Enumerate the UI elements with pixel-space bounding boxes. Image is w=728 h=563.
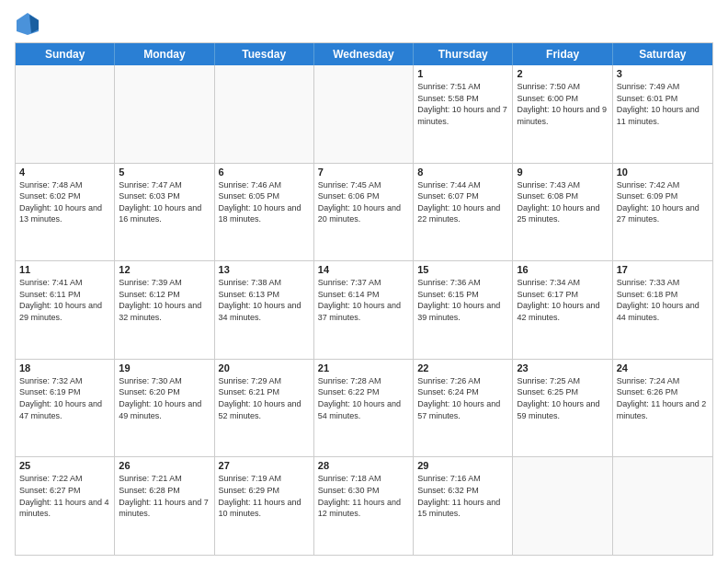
day-number: 7 bbox=[318, 167, 409, 178]
day-info: Sunrise: 7:18 AMSunset: 6:30 PMDaylight:… bbox=[318, 473, 409, 519]
day-number: 5 bbox=[119, 167, 210, 178]
day-number: 27 bbox=[219, 460, 310, 471]
logo bbox=[15, 11, 44, 37]
day-info: Sunrise: 7:42 AMSunset: 6:09 PMDaylight:… bbox=[617, 179, 709, 225]
day-header-saturday: Saturday bbox=[613, 43, 712, 65]
day-header-monday: Monday bbox=[115, 43, 214, 65]
day-info: Sunrise: 7:30 AMSunset: 6:20 PMDaylight:… bbox=[119, 375, 210, 421]
cal-cell: 24Sunrise: 7:24 AMSunset: 6:26 PMDayligh… bbox=[613, 360, 712, 457]
cal-cell: 19Sunrise: 7:30 AMSunset: 6:20 PMDayligh… bbox=[115, 360, 214, 457]
cal-cell: 1Sunrise: 7:51 AMSunset: 5:58 PMDaylight… bbox=[414, 65, 513, 163]
cal-cell: 15Sunrise: 7:36 AMSunset: 6:15 PMDayligh… bbox=[414, 261, 513, 359]
day-number: 17 bbox=[617, 264, 709, 275]
week-row-3: 18Sunrise: 7:32 AMSunset: 6:19 PMDayligh… bbox=[16, 359, 712, 457]
day-info: Sunrise: 7:47 AMSunset: 6:03 PMDaylight:… bbox=[119, 179, 210, 225]
day-header-thursday: Thursday bbox=[414, 43, 513, 65]
week-row-2: 11Sunrise: 7:41 AMSunset: 6:11 PMDayligh… bbox=[16, 260, 712, 359]
cal-cell: 3Sunrise: 7:49 AMSunset: 6:01 PMDaylight… bbox=[613, 65, 712, 163]
day-header-friday: Friday bbox=[513, 43, 612, 65]
day-info: Sunrise: 7:43 AMSunset: 6:08 PMDaylight:… bbox=[517, 179, 608, 225]
cal-cell: 20Sunrise: 7:29 AMSunset: 6:21 PMDayligh… bbox=[215, 360, 314, 457]
day-info: Sunrise: 7:48 AMSunset: 6:02 PMDaylight:… bbox=[19, 179, 110, 225]
day-info: Sunrise: 7:39 AMSunset: 6:12 PMDaylight:… bbox=[119, 277, 210, 323]
cal-cell: 29Sunrise: 7:16 AMSunset: 6:32 PMDayligh… bbox=[414, 457, 513, 555]
day-header-wednesday: Wednesday bbox=[314, 43, 414, 65]
cal-cell: 5Sunrise: 7:47 AMSunset: 6:03 PMDaylight… bbox=[115, 164, 214, 261]
day-number: 1 bbox=[417, 68, 508, 79]
day-info: Sunrise: 7:16 AMSunset: 6:32 PMDaylight:… bbox=[417, 473, 508, 519]
cal-cell bbox=[613, 457, 712, 555]
cal-cell: 14Sunrise: 7:37 AMSunset: 6:14 PMDayligh… bbox=[314, 261, 414, 359]
day-info: Sunrise: 7:29 AMSunset: 6:21 PMDaylight:… bbox=[219, 375, 310, 421]
day-number: 3 bbox=[617, 68, 709, 79]
calendar-header: SundayMondayTuesdayWednesdayThursdayFrid… bbox=[16, 43, 712, 65]
day-info: Sunrise: 7:37 AMSunset: 6:14 PMDaylight:… bbox=[318, 277, 409, 323]
cal-cell: 26Sunrise: 7:21 AMSunset: 6:28 PMDayligh… bbox=[115, 457, 214, 555]
day-info: Sunrise: 7:41 AMSunset: 6:11 PMDaylight:… bbox=[19, 277, 110, 323]
cal-cell: 4Sunrise: 7:48 AMSunset: 6:02 PMDaylight… bbox=[16, 164, 115, 261]
day-info: Sunrise: 7:24 AMSunset: 6:26 PMDaylight:… bbox=[617, 375, 709, 421]
cal-cell bbox=[115, 65, 214, 163]
day-number: 13 bbox=[219, 264, 310, 275]
day-info: Sunrise: 7:32 AMSunset: 6:19 PMDaylight:… bbox=[19, 375, 110, 421]
cal-cell: 17Sunrise: 7:33 AMSunset: 6:18 PMDayligh… bbox=[613, 261, 712, 359]
cal-cell bbox=[16, 65, 115, 163]
cal-cell: 6Sunrise: 7:46 AMSunset: 6:05 PMDaylight… bbox=[215, 164, 314, 261]
cal-cell: 10Sunrise: 7:42 AMSunset: 6:09 PMDayligh… bbox=[613, 164, 712, 261]
day-number: 10 bbox=[617, 167, 709, 178]
day-info: Sunrise: 7:19 AMSunset: 6:29 PMDaylight:… bbox=[219, 473, 310, 519]
day-number: 25 bbox=[19, 460, 110, 471]
page: SundayMondayTuesdayWednesdayThursdayFrid… bbox=[0, 0, 728, 563]
cal-cell: 23Sunrise: 7:25 AMSunset: 6:25 PMDayligh… bbox=[513, 360, 612, 457]
day-number: 22 bbox=[417, 362, 508, 373]
cal-cell: 11Sunrise: 7:41 AMSunset: 6:11 PMDayligh… bbox=[16, 261, 115, 359]
day-number: 16 bbox=[517, 264, 608, 275]
cal-cell: 13Sunrise: 7:38 AMSunset: 6:13 PMDayligh… bbox=[215, 261, 314, 359]
day-number: 28 bbox=[318, 460, 409, 471]
day-info: Sunrise: 7:34 AMSunset: 6:17 PMDaylight:… bbox=[517, 277, 608, 323]
cal-cell: 2Sunrise: 7:50 AMSunset: 6:00 PMDaylight… bbox=[513, 65, 612, 163]
day-info: Sunrise: 7:28 AMSunset: 6:22 PMDaylight:… bbox=[318, 375, 409, 421]
day-header-sunday: Sunday bbox=[16, 43, 115, 65]
day-header-tuesday: Tuesday bbox=[215, 43, 314, 65]
day-info: Sunrise: 7:33 AMSunset: 6:18 PMDaylight:… bbox=[617, 277, 709, 323]
cal-cell: 7Sunrise: 7:45 AMSunset: 6:06 PMDaylight… bbox=[314, 164, 414, 261]
week-row-1: 4Sunrise: 7:48 AMSunset: 6:02 PMDaylight… bbox=[16, 163, 712, 261]
calendar: SundayMondayTuesdayWednesdayThursdayFrid… bbox=[15, 42, 713, 556]
day-info: Sunrise: 7:21 AMSunset: 6:28 PMDaylight:… bbox=[119, 473, 210, 519]
day-number: 23 bbox=[517, 362, 608, 373]
week-row-4: 25Sunrise: 7:22 AMSunset: 6:27 PMDayligh… bbox=[16, 456, 712, 555]
day-info: Sunrise: 7:46 AMSunset: 6:05 PMDaylight:… bbox=[219, 179, 310, 225]
day-info: Sunrise: 7:22 AMSunset: 6:27 PMDaylight:… bbox=[19, 473, 110, 519]
cal-cell: 21Sunrise: 7:28 AMSunset: 6:22 PMDayligh… bbox=[314, 360, 414, 457]
day-number: 19 bbox=[119, 362, 210, 373]
day-number: 4 bbox=[19, 167, 110, 178]
calendar-body: 1Sunrise: 7:51 AMSunset: 5:58 PMDaylight… bbox=[16, 65, 712, 555]
day-number: 26 bbox=[119, 460, 210, 471]
cal-cell: 28Sunrise: 7:18 AMSunset: 6:30 PMDayligh… bbox=[314, 457, 414, 555]
day-info: Sunrise: 7:49 AMSunset: 6:01 PMDaylight:… bbox=[617, 81, 709, 127]
day-info: Sunrise: 7:50 AMSunset: 6:00 PMDaylight:… bbox=[517, 81, 608, 127]
header bbox=[15, 11, 713, 37]
cal-cell bbox=[215, 65, 314, 163]
day-number: 2 bbox=[517, 68, 608, 79]
day-number: 9 bbox=[517, 167, 608, 178]
cal-cell: 27Sunrise: 7:19 AMSunset: 6:29 PMDayligh… bbox=[215, 457, 314, 555]
cal-cell: 16Sunrise: 7:34 AMSunset: 6:17 PMDayligh… bbox=[513, 261, 612, 359]
day-info: Sunrise: 7:25 AMSunset: 6:25 PMDaylight:… bbox=[517, 375, 608, 421]
day-info: Sunrise: 7:44 AMSunset: 6:07 PMDaylight:… bbox=[417, 179, 508, 225]
cal-cell: 25Sunrise: 7:22 AMSunset: 6:27 PMDayligh… bbox=[16, 457, 115, 555]
day-info: Sunrise: 7:26 AMSunset: 6:24 PMDaylight:… bbox=[417, 375, 508, 421]
cal-cell: 9Sunrise: 7:43 AMSunset: 6:08 PMDaylight… bbox=[513, 164, 612, 261]
day-number: 20 bbox=[219, 362, 310, 373]
day-number: 8 bbox=[417, 167, 508, 178]
day-info: Sunrise: 7:51 AMSunset: 5:58 PMDaylight:… bbox=[417, 81, 508, 127]
day-info: Sunrise: 7:45 AMSunset: 6:06 PMDaylight:… bbox=[318, 179, 409, 225]
day-number: 12 bbox=[119, 264, 210, 275]
cal-cell bbox=[314, 65, 414, 163]
cal-cell: 8Sunrise: 7:44 AMSunset: 6:07 PMDaylight… bbox=[414, 164, 513, 261]
day-number: 15 bbox=[417, 264, 508, 275]
cal-cell: 22Sunrise: 7:26 AMSunset: 6:24 PMDayligh… bbox=[414, 360, 513, 457]
day-info: Sunrise: 7:38 AMSunset: 6:13 PMDaylight:… bbox=[219, 277, 310, 323]
logo-icon bbox=[15, 11, 40, 37]
